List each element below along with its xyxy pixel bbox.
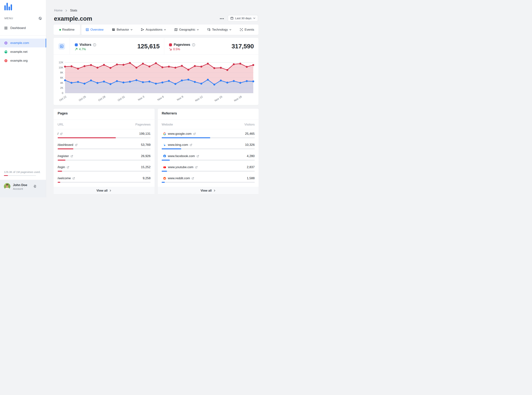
svg-text:6K: 6K xyxy=(60,76,63,79)
svg-text:Oct 28: Oct 28 xyxy=(98,95,106,102)
svg-text:Nov 18: Nov 18 xyxy=(234,95,242,102)
svg-text:Nov 12: Nov 12 xyxy=(195,95,203,102)
svg-text:4K: 4K xyxy=(60,81,63,84)
svg-text:Nov 9: Nov 9 xyxy=(176,95,184,101)
svg-text:Nov 6: Nov 6 xyxy=(157,95,164,101)
svg-text:Nov 15: Nov 15 xyxy=(214,95,223,102)
svg-text:2K: 2K xyxy=(60,86,63,89)
svg-text:Nov 3: Nov 3 xyxy=(137,95,145,101)
svg-text:Oct 25: Oct 25 xyxy=(78,95,86,102)
svg-text:Oct 22: Oct 22 xyxy=(59,95,67,102)
svg-text:10K: 10K xyxy=(59,66,64,69)
svg-text:0: 0 xyxy=(62,92,63,94)
svg-text:Oct 31: Oct 31 xyxy=(117,95,125,102)
svg-text:8K: 8K xyxy=(60,71,63,74)
svg-text:12K: 12K xyxy=(59,61,64,64)
